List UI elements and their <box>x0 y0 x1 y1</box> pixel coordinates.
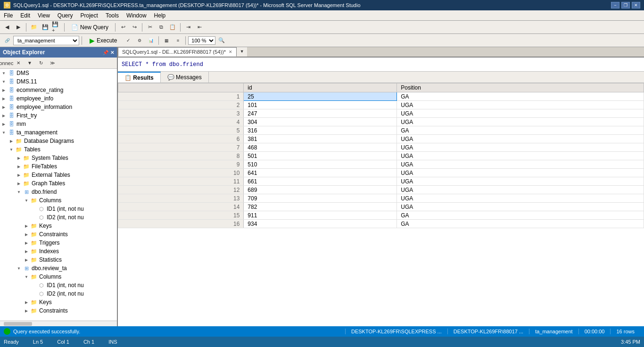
cell-position[interactable]: GA <box>397 126 644 135</box>
tree-node-16[interactable]: ⬡ID1 (int, not nu <box>0 205 117 213</box>
tree-node-7[interactable]: ▼🗄ta_management <box>0 128 117 137</box>
cell-position[interactable]: UGA <box>397 143 644 152</box>
tree-expander[interactable]: ▶ <box>15 154 23 162</box>
results-tab-results[interactable]: 📋 Results <box>118 72 161 83</box>
display-estimated-plan[interactable]: 📊 <box>146 35 156 46</box>
tree-node-21[interactable]: ▶📁Indexes <box>0 247 117 256</box>
tree-node-11[interactable]: ▶📁FileTables <box>0 162 117 171</box>
oe-pin-button[interactable]: 📌 <box>103 50 108 55</box>
cell-position[interactable]: UGA <box>397 152 644 160</box>
tree-expander[interactable]: ▶ <box>23 307 30 314</box>
zoom-dropdown[interactable]: 100 % <box>188 36 215 45</box>
table-row[interactable]: 15911GA <box>118 211 644 220</box>
oe-refresh-button[interactable]: ↻ <box>36 58 46 68</box>
cell-id[interactable]: 501 <box>244 152 397 160</box>
table-row[interactable]: 3247UGA <box>118 109 644 118</box>
oe-hscroll[interactable] <box>0 321 117 326</box>
tree-node-3[interactable]: ▶🗄employee_info <box>0 94 117 103</box>
tree-expander[interactable]: ▶ <box>23 222 30 230</box>
cell-position[interactable]: UGA <box>397 135 644 143</box>
tree-node-5[interactable]: ▶🗄First_try <box>0 111 117 120</box>
table-row[interactable]: 6381UGA <box>118 135 644 143</box>
tree-node-9[interactable]: ▼📁Tables <box>0 145 117 154</box>
cut-button[interactable]: ✂ <box>145 22 155 33</box>
tree-node-17[interactable]: ⬡ID2 (int, not nu <box>0 213 117 222</box>
sql-editor[interactable]: SELECT * from dbo.friend <box>118 58 644 72</box>
maximize-button[interactable]: ❐ <box>621 2 630 8</box>
forward-button[interactable]: ▶ <box>13 22 24 33</box>
cell-id[interactable]: 304 <box>244 118 397 126</box>
tree-node-12[interactable]: ▶📁External Tables <box>0 171 117 179</box>
oe-more-button[interactable]: ≫ <box>47 58 58 68</box>
tree-expander[interactable]: ▶ <box>15 171 23 179</box>
tree-expander[interactable]: ▶ <box>0 120 8 128</box>
tree-node-26[interactable]: ⬡ID2 (int, not nu <box>0 289 117 298</box>
cell-id[interactable]: 101 <box>244 101 397 109</box>
connect-button[interactable]: 🔗 <box>2 35 12 46</box>
tree-node-25[interactable]: ⬡ID1 (int, not nu <box>0 281 117 289</box>
cell-position[interactable]: UGA <box>397 203 644 211</box>
tree-node-18[interactable]: ▶📁Keys <box>0 222 117 230</box>
query-tab-1-close[interactable]: ✕ <box>229 50 232 54</box>
menu-query[interactable]: Query <box>54 10 77 20</box>
cell-id[interactable]: 316 <box>244 126 397 135</box>
tree-node-19[interactable]: ▶📁Constraints <box>0 230 117 239</box>
menu-file[interactable]: File <box>0 10 17 20</box>
tree-expander[interactable]: ▶ <box>23 298 30 306</box>
tree-node-20[interactable]: ▶📁Triggers <box>0 239 117 247</box>
tree-node-22[interactable]: ▶📁Statistics <box>0 256 117 264</box>
tree-node-6[interactable]: ▶🗄mm <box>0 120 117 128</box>
tree-expander[interactable]: ▶ <box>23 256 30 264</box>
execute-button[interactable]: ▶ Execute <box>84 35 122 46</box>
tree-node-15[interactable]: ▼📁Columns <box>0 196 117 205</box>
cell-position[interactable]: UGA <box>397 194 644 203</box>
cell-id[interactable]: 641 <box>244 169 397 177</box>
table-row[interactable]: 12689UGA <box>118 186 644 194</box>
cell-position[interactable]: UGA <box>397 160 644 169</box>
tree-node-13[interactable]: ▶📁Graph Tables <box>0 179 117 188</box>
save-button[interactable]: 💾 <box>40 22 50 33</box>
database-dropdown[interactable]: ta_management <box>13 36 79 45</box>
tree-node-24[interactable]: ▼📁Columns <box>0 273 117 281</box>
cell-position[interactable]: GA <box>397 211 644 220</box>
oe-connect-button[interactable]: Connect ▼ <box>2 58 12 68</box>
cell-id[interactable]: 510 <box>244 160 397 169</box>
tree-node-27[interactable]: ▶📁Keys <box>0 298 117 306</box>
cell-id[interactable]: 689 <box>244 186 397 194</box>
tree-node-0[interactable]: ▼🗄DMS <box>0 69 117 77</box>
menu-project[interactable]: Project <box>77 10 102 20</box>
tree-expander[interactable]: ▶ <box>0 112 8 119</box>
tree-expander[interactable]: ▶ <box>0 95 8 102</box>
cell-position[interactable]: UGA <box>397 186 644 194</box>
cell-id[interactable]: 661 <box>244 177 397 186</box>
new-query-button[interactable]: 📄 New Query <box>67 22 113 33</box>
table-row[interactable]: 9510UGA <box>118 160 644 169</box>
table-row[interactable]: 125GA <box>118 92 644 101</box>
outdent-button[interactable]: ⇤ <box>194 22 205 33</box>
tree-expander[interactable]: ▶ <box>15 163 23 170</box>
tree-node-10[interactable]: ▶📁System Tables <box>0 154 117 162</box>
tree-expander[interactable]: ▼ <box>15 264 23 272</box>
cell-position[interactable]: GA <box>397 92 644 101</box>
tree-expander[interactable]: ▶ <box>8 137 15 145</box>
tree-expander[interactable]: ▼ <box>0 129 8 136</box>
tree-expander[interactable]: ▼ <box>8 146 15 153</box>
cell-position[interactable]: UGA <box>397 177 644 186</box>
menu-view[interactable]: View <box>34 10 54 20</box>
cell-id[interactable]: 911 <box>244 211 397 220</box>
tree-expander[interactable]: ▼ <box>23 273 30 281</box>
tree-node-23[interactable]: ▼⊞dbo.review_ta <box>0 264 117 273</box>
tree-expander[interactable]: ▶ <box>0 86 8 94</box>
results-grid-button[interactable]: ▦ <box>161 35 172 46</box>
redo-button[interactable]: ↪ <box>129 22 140 33</box>
tree-expander[interactable]: ▶ <box>23 248 30 255</box>
cell-position[interactable]: UGA <box>397 109 644 118</box>
tree-expander[interactable]: ▶ <box>23 239 30 247</box>
menu-edit[interactable]: Edit <box>17 10 34 20</box>
tree-node-4[interactable]: ▶🗄employee_information <box>0 103 117 111</box>
menu-window[interactable]: Window <box>123 10 150 20</box>
tree-expander[interactable]: ▼ <box>0 69 8 77</box>
table-row[interactable]: 13709UGA <box>118 194 644 203</box>
cell-id[interactable]: 934 <box>244 220 397 228</box>
table-row[interactable]: 4304UGA <box>118 118 644 126</box>
